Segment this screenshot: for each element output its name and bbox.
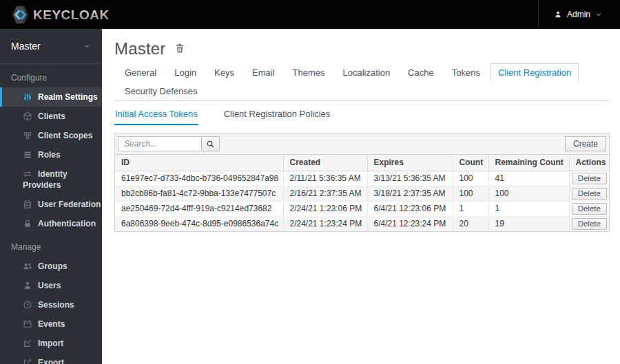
cell-actions: Delete xyxy=(569,202,609,217)
nav-list: GroupsUsersSessionsEventsImportExport xyxy=(0,257,102,364)
cell-count: 100 xyxy=(453,171,488,186)
circles-icon xyxy=(23,131,32,140)
sidebar-item-label: Users xyxy=(38,281,61,290)
tab-themes[interactable]: Themes xyxy=(285,63,332,82)
sidebar-item-label: Client Scopes xyxy=(38,131,92,140)
tab-localization[interactable]: Localization xyxy=(335,63,397,82)
sidebar-item-sessions[interactable]: Sessions xyxy=(0,295,102,314)
nav-list: Realm SettingsClientsClient ScopesRolesI… xyxy=(0,87,102,233)
sidebar-item-label: Realm Settings xyxy=(38,92,98,102)
tokens-table-block: Create IDCreatedExpiresCountRemaining Co… xyxy=(114,133,610,232)
cell-created: 2/16/21 2:37:35 AM xyxy=(283,186,367,202)
cell-actions: Delete xyxy=(569,186,609,202)
cell-id: 6a806398-9eeb-474c-8d95-e0986536a74c xyxy=(115,217,283,232)
subtab-client-registration-policies[interactable]: Client Registration Policies xyxy=(223,106,331,125)
tab-email[interactable]: Email xyxy=(245,63,282,82)
calendar-icon xyxy=(23,319,32,329)
chevron-down-icon xyxy=(83,43,90,50)
sidebar-item-events[interactable]: Events xyxy=(0,314,102,334)
search-icon xyxy=(206,140,215,149)
chevron-down-icon xyxy=(595,11,602,18)
column-header-count: Count xyxy=(453,155,488,171)
delete-button[interactable]: Delete xyxy=(572,188,608,200)
cell-count: 1 xyxy=(453,202,488,217)
tab-login[interactable]: Login xyxy=(167,63,204,82)
export-icon xyxy=(23,358,32,364)
search-button[interactable] xyxy=(201,136,220,151)
cell-actions: Delete xyxy=(569,171,609,186)
sidebar-item-user-federation[interactable]: User Federation xyxy=(0,195,102,214)
sidebar-item-label: Authentication xyxy=(38,219,96,228)
sidebar-item-label: Export xyxy=(38,358,64,364)
sidebar-item-label: User Federation xyxy=(38,200,101,209)
sidebar-nav: ConfigureRealm SettingsClientsClient Sco… xyxy=(0,64,102,364)
table-header-row: IDCreatedExpiresCountRemaining CountActi… xyxy=(115,155,609,171)
cube-icon xyxy=(23,111,32,121)
cell-count: 100 xyxy=(453,186,488,202)
subtab-initial-access-tokens[interactable]: Initial Access Tokens xyxy=(114,106,198,125)
sidebar-item-realm-settings[interactable]: Realm Settings xyxy=(0,87,102,107)
tab-client-registration[interactable]: Client Registration xyxy=(490,63,579,82)
cell-created: 2/11/21 5:36:35 AM xyxy=(283,171,367,186)
cell-created: 2/24/21 1:23:06 PM xyxy=(283,202,367,217)
lock-icon xyxy=(23,219,32,228)
tab-cache[interactable]: Cache xyxy=(400,63,442,82)
tab-security-defenses[interactable]: Security Defenses xyxy=(117,82,205,100)
keycloak-logo: KEYCLOAK xyxy=(0,4,110,25)
keycloak-hexagon-icon xyxy=(10,4,30,25)
cell-count: 20 xyxy=(453,217,488,232)
sidebar-item-label: Groups xyxy=(38,261,68,271)
column-header-actions: Actions xyxy=(569,155,609,171)
sidebar-item-roles[interactable]: Roles xyxy=(0,145,102,164)
sidebar-item-identity-providers[interactable]: Identity Providers xyxy=(0,164,102,195)
user-menu[interactable]: Admin xyxy=(538,0,620,29)
sidebar-item-import[interactable]: Import xyxy=(0,334,102,353)
search-input[interactable] xyxy=(118,136,202,151)
delete-button[interactable]: Delete xyxy=(572,173,608,184)
sidebar-item-client-scopes[interactable]: Client Scopes xyxy=(0,126,102,145)
sidebar-item-clients[interactable]: Clients xyxy=(0,107,102,126)
table-toolbar: Create xyxy=(115,133,609,155)
table-row: 6a806398-9eeb-474c-8d95-e0986536a74c2/24… xyxy=(115,217,609,232)
user-icon xyxy=(554,10,562,19)
delete-button[interactable]: Delete xyxy=(572,218,608,230)
delete-button[interactable]: Delete xyxy=(572,203,608,215)
user-menu-label: Admin xyxy=(567,10,590,19)
tab-tokens[interactable]: Tokens xyxy=(444,63,488,82)
sidebar-item-users[interactable]: Users xyxy=(0,276,102,295)
delete-realm-button[interactable] xyxy=(174,43,185,55)
sliders-icon xyxy=(23,92,32,102)
table-row: bb2cb86b-fa81-4c72-9bba-133e7477507c2/16… xyxy=(115,186,609,202)
exchange-icon xyxy=(23,169,32,179)
clock-icon xyxy=(23,300,32,310)
column-header-remaining-count: Remaining Count xyxy=(488,155,569,171)
column-header-expires: Expires xyxy=(367,155,453,171)
sidebar: Master ConfigureRealm SettingsClientsCli… xyxy=(0,29,102,364)
cell-remaining-count: 100 xyxy=(488,186,569,202)
sidebar-item-export[interactable]: Export xyxy=(0,353,102,364)
cell-id: bb2cb86b-fa81-4c72-9bba-133e7477507c xyxy=(115,186,283,202)
sidebar-item-label: Import xyxy=(38,339,63,348)
sidebar-item-label: Events xyxy=(38,319,65,329)
sidebar-item-label: Clients xyxy=(38,111,65,121)
nav-section-label-manage: Manage xyxy=(0,233,102,257)
sidebar-item-groups[interactable]: Groups xyxy=(0,257,102,276)
realm-selector[interactable]: Master xyxy=(0,29,102,64)
import-icon xyxy=(23,339,32,348)
cell-expires: 3/13/21 5:36:35 AM xyxy=(367,171,453,186)
trash-icon xyxy=(174,43,185,54)
main-content: Master GeneralLoginKeysEmailThemesLocali… xyxy=(102,29,620,364)
tab-keys[interactable]: Keys xyxy=(207,63,242,82)
cell-id: 61e97ec7-d733-4dbc-b736-049652847a98 xyxy=(115,171,283,186)
sidebar-item-authentication[interactable]: Authentication xyxy=(0,214,102,233)
client-registration-subtabs: Initial Access TokensClient Registration… xyxy=(114,106,610,125)
nav-section-label-configure: Configure xyxy=(0,64,102,87)
cell-actions: Delete xyxy=(569,217,609,232)
roles-icon xyxy=(23,150,32,160)
cell-expires: 6/4/21 12:23:06 PM xyxy=(367,202,453,217)
cell-id: ae250469-72d4-4fff-919a-c9214ed73682 xyxy=(115,202,283,217)
sidebar-item-label: Roles xyxy=(38,150,61,160)
brand-text: KEYCLOAK xyxy=(33,8,110,22)
create-button[interactable]: Create xyxy=(565,136,606,151)
tab-general[interactable]: General xyxy=(117,63,164,82)
